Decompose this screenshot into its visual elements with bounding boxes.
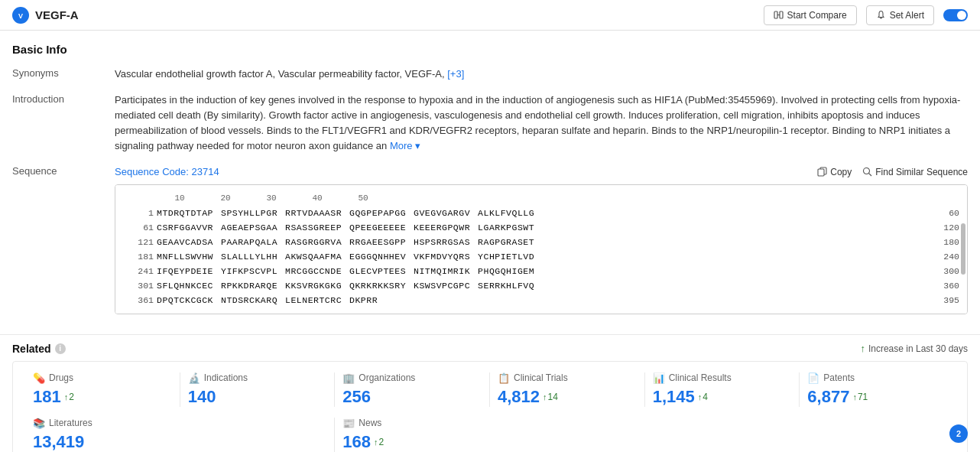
seq-group: RRGAEESGPP <box>349 236 406 250</box>
seq-group: MNFLLSWVHW <box>157 250 213 265</box>
seq-group: YCHPIETLVD <box>478 250 534 265</box>
stat-number: 13,419 <box>33 432 326 452</box>
compare-icon <box>774 10 784 20</box>
stats-grid-row2: 📚 Literatures 13,419 📰 News 168 ↑2 <box>25 418 955 452</box>
related-section: Related i ↑ Increase in Last 30 days 💊 D… <box>0 334 980 452</box>
stat-item[interactable]: 🔬 Indications 140 <box>180 372 336 407</box>
svg-rect-3 <box>780 11 783 18</box>
seq-group: AKWSQAAFMA <box>285 250 342 265</box>
stat-category-label: News <box>359 418 381 428</box>
svg-point-7 <box>864 168 870 174</box>
sequence-header: Sequence Code: 23714 Copy <box>115 164 968 180</box>
seq-num-right: 120 <box>932 221 959 236</box>
seq-num-right: 395 <box>932 294 959 308</box>
seq-group: SPSYHLLPGR <box>221 206 277 221</box>
seq-group: SERRKHLFVQ <box>478 279 534 294</box>
seq-group: KSWSVPCGPC <box>414 279 470 294</box>
more-link[interactable]: More ▾ <box>390 140 420 151</box>
copy-label: Copy <box>830 167 852 177</box>
stat-icon: 📋 <box>498 372 510 384</box>
svg-text:V: V <box>18 12 23 20</box>
stat-category: 📰 News <box>342 418 637 429</box>
stat-increase: ↑4 <box>698 392 708 402</box>
synonyms-value: Vascular endothelial growth factor A, Va… <box>115 67 968 82</box>
sequence-line: 181 MNFLLSWVHWSLALLLYLHHAKWSQAAFMAEGGGQN… <box>123 250 959 265</box>
stat-item[interactable]: 🏢 Organizations 256 <box>335 372 490 407</box>
stat-increase: ↑14 <box>543 392 558 402</box>
seq-group: GQGPEPAPGG <box>349 206 406 221</box>
copy-icon <box>817 167 827 177</box>
seq-group: RRTVDAAASR <box>285 206 342 221</box>
copy-button[interactable]: Copy <box>817 167 852 177</box>
stat-increase: ↑2 <box>374 437 384 447</box>
stat-item[interactable]: 📊 Clinical Results 1,145 ↑4 <box>645 372 800 407</box>
seq-group: GEAAVCADSA <box>157 236 213 250</box>
stat-item-row2[interactable]: 📚 Literatures 13,419 <box>25 418 335 452</box>
seq-group: LELNERTCRC <box>285 294 342 308</box>
seq-group: ALKLFVQLLG <box>478 206 534 221</box>
stat-value: 140 <box>188 387 216 407</box>
sequence-code-link[interactable]: Sequence Code: 23714 <box>115 164 219 180</box>
stat-category-label: Indications <box>204 372 248 383</box>
seq-group: CSRFGGAVVR <box>157 221 213 236</box>
seq-residues: MNFLLSWVHWSLALLLYLHHAKWSQAAFMAEGGGQNHHEV… <box>157 250 929 265</box>
sequence-line: 361 DPQTCKCGCKNTDSRCKARQLELNERTCRCDKPRR … <box>123 294 959 308</box>
alert-icon <box>876 10 886 20</box>
seq-group: YIFKPSCVPL <box>221 265 277 279</box>
seq-group: VKFMDVYQRS <box>414 250 470 265</box>
sequence-ruler: 1020304050 <box>157 191 959 205</box>
seq-group: QPEEGEEEEE <box>349 221 406 236</box>
stat-category: 🏢 Organizations <box>342 372 482 384</box>
sequence-label: Sequence <box>12 164 96 314</box>
sequence-value: Sequence Code: 23714 Copy <box>115 164 968 314</box>
set-alert-button[interactable]: Set Alert <box>866 5 934 25</box>
alert-toggle[interactable] <box>943 9 968 21</box>
stat-item[interactable]: 💊 Drugs 181 ↑2 <box>25 372 180 407</box>
seq-num-left: 241 <box>123 265 154 279</box>
seq-group: LGARKPGSWT <box>478 221 534 236</box>
seq-group: KKSVRGKGKG <box>285 279 342 294</box>
seq-num-right: 300 <box>932 265 959 279</box>
seq-group: EGGGQNHHEV <box>349 250 406 265</box>
find-similar-button[interactable]: Find Similar Sequence <box>862 167 968 177</box>
page-title: VEGF-A <box>35 8 79 21</box>
stat-category-label: Clinical Results <box>669 372 732 383</box>
related-info-icon[interactable]: i <box>55 343 66 354</box>
stat-category-label: Clinical Trials <box>514 372 568 383</box>
start-compare-button[interactable]: Start Compare <box>764 5 857 25</box>
stat-item-row2[interactable]: 📰 News 168 ↑2 <box>335 418 644 452</box>
stat-item[interactable]: 📋 Clinical Trials 4,812 ↑14 <box>490 372 645 407</box>
seq-residues: GEAAVCADSAPAARAPQALARASGRGGRVARRGAEESGPP… <box>157 236 929 250</box>
seq-group: DKPRR <box>349 294 378 308</box>
stat-value: 181 <box>33 387 61 407</box>
synonyms-row: Synonyms Vascular endothelial growth fac… <box>12 67 968 82</box>
seq-num-left: 121 <box>123 236 154 250</box>
seq-residues: DPQTCKCGCKNTDSRCKARQLELNERTCRCDKPRR <box>157 294 929 308</box>
sequence-row: Sequence Sequence Code: 23714 Copy <box>12 164 968 314</box>
introduction-value: Participates in the induction of key gen… <box>115 93 968 154</box>
seq-num-right: 180 <box>932 236 959 250</box>
stat-category: 💊 Drugs <box>33 372 172 384</box>
sequence-actions: Copy Find Similar Sequence <box>817 167 968 177</box>
sequence-line: 1 MTDRQTDTAPSPSYHLLPGRRRTVDAAASRGQGPEPAP… <box>123 206 959 221</box>
basic-info-heading: Basic Info <box>12 43 968 56</box>
seq-group: GLECVPTEES <box>349 265 406 279</box>
header-left: V VEGF-A <box>12 7 79 24</box>
increase-text: Increase in Last 30 days <box>868 343 968 354</box>
seq-num-left: 361 <box>123 294 154 308</box>
seq-group: GVEGVGARGV <box>414 206 470 221</box>
synonyms-more-link[interactable]: [+3] <box>447 68 464 80</box>
scrollbar[interactable] <box>961 223 965 275</box>
sequence-box[interactable]: 1020304050 1 MTDRQTDTAPSPSYHLLPGRRRTVDAA… <box>115 184 968 314</box>
seq-group: PAARAPQALA <box>221 236 277 250</box>
introduction-row: Introduction Participates in the inducti… <box>12 93 968 154</box>
sequence-line: 241 IFQEYPDEIEYIFKPSCVPLMRCGGCCNDEGLECVP… <box>123 265 959 279</box>
stat-arrow-icon: ↑ <box>543 392 547 402</box>
stat-category: 📋 Clinical Trials <box>498 372 637 384</box>
header-right: Start Compare Set Alert <box>764 5 968 25</box>
stat-arrow-icon: ↑ <box>698 392 703 402</box>
seq-group: MTDRQTDTAP <box>157 206 213 221</box>
stat-item[interactable]: 📄 Patents 6,877 ↑71 <box>800 372 955 407</box>
find-similar-icon <box>862 167 872 177</box>
seq-group: KEEERGPQWR <box>414 221 470 236</box>
